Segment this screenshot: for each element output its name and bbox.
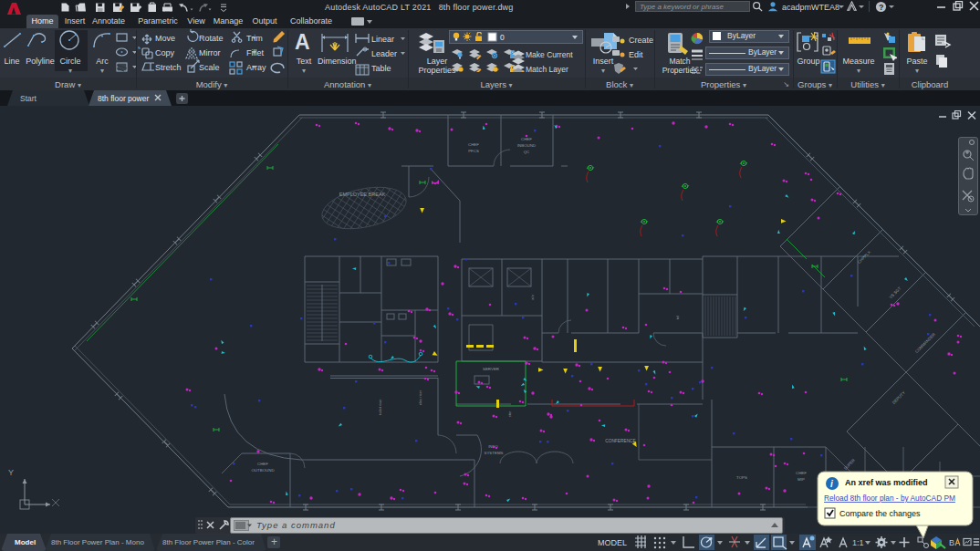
svg-text:Start: Start bbox=[20, 94, 37, 103]
svg-text:tel: tel bbox=[675, 316, 680, 319]
svg-text:QC: QC bbox=[524, 150, 530, 154]
svg-text:INBOUND: INBOUND bbox=[517, 143, 536, 148]
svg-text:OUTBOUND: OUTBOUND bbox=[251, 468, 274, 473]
svg-text:Y: Y bbox=[8, 468, 14, 477]
svg-text:CHEF: CHEF bbox=[257, 462, 268, 466]
svg-text:?: ? bbox=[879, 3, 883, 12]
svg-text:a/v: a/v bbox=[530, 295, 535, 299]
svg-text:SYSTEMS: SYSTEMS bbox=[485, 451, 504, 455]
svg-text:DEPUTY: DEPUTY bbox=[891, 390, 906, 405]
svg-text:toilet riser: toilet riser bbox=[378, 399, 382, 415]
svg-text:Compare the changes: Compare the changes bbox=[839, 509, 921, 518]
svg-text:An xref was modified: An xref was modified bbox=[845, 478, 928, 487]
svg-text:i: i bbox=[830, 479, 833, 489]
svg-text:TOPS: TOPS bbox=[736, 475, 747, 480]
svg-text:MIP: MIP bbox=[798, 477, 805, 482]
svg-text:CHEF: CHEF bbox=[796, 471, 807, 475]
svg-text:CHEF: CHEF bbox=[521, 137, 532, 141]
svg-text:Reload 8th floor plan - by Aut: Reload 8th floor plan - by AutoCAD PM bbox=[824, 494, 955, 503]
svg-text:SERVER: SERVER bbox=[483, 367, 499, 371]
svg-text:CHPPLX: CHPPLX bbox=[857, 250, 871, 265]
svg-text:PFCS: PFCS bbox=[468, 149, 479, 153]
svg-text:CONFERENCE: CONFERENCE bbox=[605, 439, 636, 443]
svg-text:stor: stor bbox=[507, 411, 512, 417]
svg-text:EMPLOYEE BREAK: EMPLOYEE BREAK bbox=[339, 192, 386, 197]
svg-text:8th floor power: 8th floor power bbox=[98, 94, 149, 103]
svg-text:CHEF: CHEF bbox=[468, 142, 479, 147]
svg-text:elec riser: elec riser bbox=[418, 390, 422, 405]
svg-text:COMMANDER: COMMANDER bbox=[914, 332, 936, 354]
